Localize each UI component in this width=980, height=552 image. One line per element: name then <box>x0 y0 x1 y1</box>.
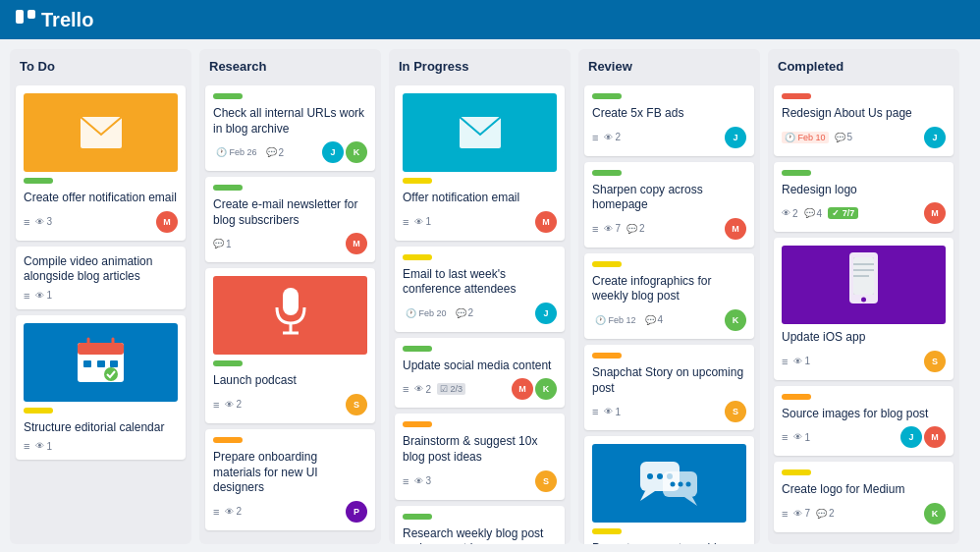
avatar: P <box>346 501 367 523</box>
card[interactable]: Prepare onboarding materials for new UI … <box>205 429 375 530</box>
card-title: Check all internal URLs work in blog arc… <box>213 106 367 137</box>
avatar-row: J <box>535 303 557 324</box>
card-title: Redesign About Us page <box>782 106 946 122</box>
card[interactable]: Update social media content≡👁2☑ 2/3MK <box>395 338 565 409</box>
card[interactable]: Launch podcast≡👁2S <box>205 268 375 423</box>
card-meta: 👁2💬4✓ 7/7M <box>782 202 946 224</box>
card-image-mic <box>213 276 367 355</box>
card[interactable]: Compile video animation alongside blog a… <box>16 247 186 309</box>
avatar-row: MK <box>512 378 557 400</box>
card[interactable]: Redesign About Us page🕐 Feb 10💬5J <box>774 85 953 156</box>
avatar: S <box>346 394 367 415</box>
card-label <box>592 93 622 99</box>
column-research: ResearchCheck all internal URLs work in … <box>199 49 381 544</box>
card-meta: ≡👁7💬2K <box>782 503 946 524</box>
card-label <box>403 421 432 427</box>
avatar: M <box>924 426 946 448</box>
card[interactable]: Source images for blog post≡👁1JM <box>774 386 953 457</box>
card-label <box>403 514 432 520</box>
avatar: M <box>535 211 557 233</box>
card-meta: 🕐 Feb 12💬4K <box>592 309 746 331</box>
card-meta: 🕐 Feb 20💬2J <box>403 303 557 324</box>
card-meta: ≡👁1S <box>782 351 946 372</box>
card-title: Compile video animation alongside blog a… <box>24 254 178 285</box>
avatar: K <box>924 503 946 524</box>
comment-meta: 💬4 <box>645 314 664 325</box>
card[interactable]: Update iOS app≡👁1S <box>774 238 953 380</box>
avatar: S <box>924 351 946 372</box>
card-label <box>782 170 811 176</box>
card-meta: ≡👁3M <box>24 211 178 233</box>
card-image-email-yellow <box>24 93 178 172</box>
watch-meta: 👁1 <box>414 216 431 227</box>
watch-meta: 👁7 <box>604 223 621 234</box>
card[interactable]: Create 5x FB ads≡👁2J <box>584 85 754 156</box>
list-meta: ≡ <box>592 406 598 417</box>
card-image-chat <box>592 444 746 523</box>
list-meta: ≡ <box>782 431 788 443</box>
comment-meta: 💬4 <box>804 208 823 219</box>
avatar-row: M <box>346 233 367 254</box>
card-label <box>403 178 432 184</box>
logo-text: Trello <box>41 9 93 31</box>
card-label <box>24 408 53 414</box>
watch-meta: 👁1 <box>35 441 52 452</box>
watch-meta: 👁1 <box>793 356 810 366</box>
clock-meta: 🕐 Feb 12 <box>592 314 639 326</box>
card[interactable]: Brainstorm & suggest 10x blog post ideas… <box>395 414 565 499</box>
list-meta: ≡ <box>24 290 29 302</box>
card[interactable]: Create logo for Medium≡👁7💬2K <box>774 462 953 532</box>
card-image-calendar <box>24 323 178 402</box>
check-meta: ☑ 2/3 <box>437 383 465 395</box>
card[interactable]: Email to last week's conference attendee… <box>395 247 565 332</box>
comment-meta: 💬2 <box>816 508 835 519</box>
list-meta: ≡ <box>24 440 29 452</box>
svg-point-20 <box>657 473 663 479</box>
card[interactable]: Create e-mail newsletter for blog subscr… <box>205 177 375 262</box>
trello-icon <box>14 8 37 31</box>
svg-rect-9 <box>97 360 105 367</box>
comment-meta: 💬2 <box>266 147 285 158</box>
card[interactable]: Research weekly blog post and suggest im… <box>395 506 565 544</box>
card[interactable]: Create offer notification email≡👁3M <box>16 85 186 241</box>
avatar-row: S <box>924 351 946 372</box>
card[interactable]: Structure editorial calendar≡👁1 <box>16 315 186 461</box>
avatar: K <box>346 141 367 163</box>
watch-meta: 👁1 <box>793 432 810 443</box>
card[interactable]: Sharpen copy across homepage≡👁7💬2M <box>584 162 754 248</box>
badge-meta: ✓ 7/7 <box>828 207 858 219</box>
card[interactable]: Redesign logo👁2💬4✓ 7/7M <box>774 162 953 233</box>
svg-point-24 <box>670 481 675 486</box>
avatar: S <box>535 470 557 492</box>
svg-point-25 <box>678 481 682 486</box>
card-label <box>213 437 243 443</box>
card[interactable]: Check all internal URLs work in blog arc… <box>205 85 375 171</box>
card[interactable]: Create infographics for weekly blog post… <box>584 253 754 339</box>
card-title: Structure editorial calendar <box>24 420 178 436</box>
comment-meta: 💬2 <box>626 223 645 234</box>
svg-marker-18 <box>640 491 655 501</box>
card-title: Launch podcast <box>213 373 367 389</box>
avatar: M <box>346 233 367 254</box>
watch-meta: 👁2 <box>225 399 242 410</box>
card-meta: 🕐 Feb 10💬5J <box>782 127 946 148</box>
list-meta: ≡ <box>24 216 29 228</box>
avatar-row: JM <box>900 426 946 448</box>
column-title-research: Research <box>205 57 375 80</box>
svg-point-26 <box>685 481 690 486</box>
card-title: Brainstorm & suggest 10x blog post ideas <box>403 434 557 465</box>
card-label <box>403 346 432 352</box>
watch-meta: 👁2 <box>782 208 798 219</box>
list-meta: ≡ <box>782 508 788 520</box>
card-meta: ≡👁1 <box>24 290 178 302</box>
card-label <box>213 360 243 366</box>
card-label <box>213 93 243 99</box>
card-label <box>782 93 811 99</box>
card-meta: ≡👁1JM <box>782 426 946 448</box>
card[interactable]: Snapchat Story on upcoming post≡👁1S <box>584 345 754 430</box>
comment-meta: 💬1 <box>213 239 232 249</box>
list-meta: ≡ <box>403 383 408 395</box>
card[interactable]: Offer notification email≡👁1M <box>395 85 565 241</box>
card[interactable]: Prompt comments on blog posts≡👁1P <box>584 436 754 544</box>
svg-point-33 <box>861 298 866 303</box>
